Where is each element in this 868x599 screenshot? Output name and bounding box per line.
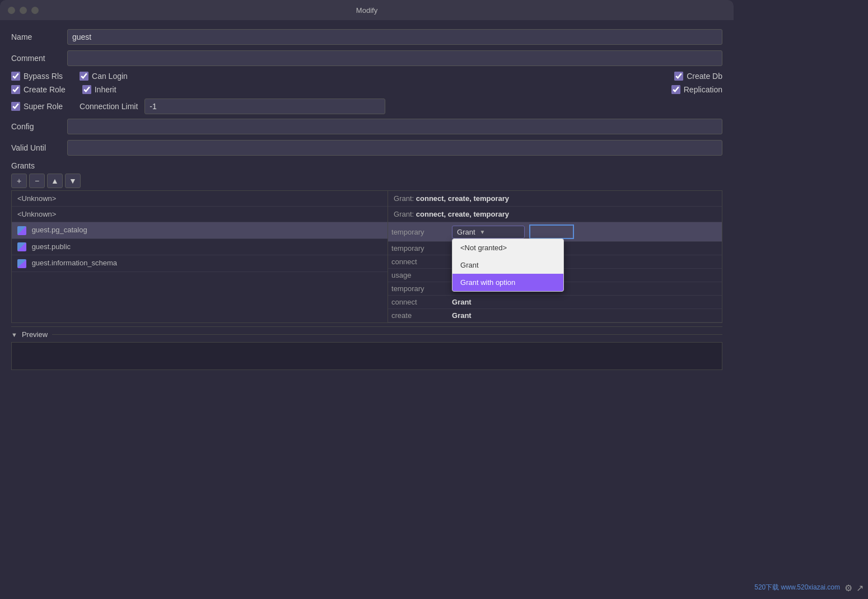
schema-name-info: guest.information_schema [32, 259, 117, 267]
dropdown-option-grant-with-option[interactable]: Grant with option [452, 274, 563, 291]
schema-name-pg: guest.pg_catalog [32, 226, 87, 234]
preview-content [11, 342, 722, 370]
conn-limit-label: Connection Limit [80, 102, 138, 111]
can-login-label[interactable]: Can Login [92, 72, 128, 81]
move-up-button[interactable]: ▲ [47, 174, 63, 188]
window-title: Modify [356, 6, 377, 15]
list-item[interactable]: guest.pg_catalog [12, 222, 388, 239]
valid-until-row: Valid Until [11, 140, 722, 156]
list-item[interactable]: guest.public [12, 239, 388, 256]
preview-header[interactable]: ▼ Preview [11, 327, 722, 342]
bypass-rls-checkbox-item: Bypass Rls [11, 72, 63, 81]
grant-value-2: connect, create, temporary [416, 210, 509, 218]
dropdown-menu: <Not granted> Grant Grant with option [452, 238, 564, 292]
create-db-checkbox-item: Create Db [674, 72, 722, 81]
titlebar: Modify [0, 0, 734, 20]
priv-label: temporary [391, 244, 447, 252]
name-input[interactable] [67, 29, 722, 45]
grant-info-row: Grant: connect, create, temporary [388, 207, 722, 222]
create-db-label[interactable]: Create Db [687, 72, 722, 81]
schema-icon [17, 259, 26, 268]
detail-table: temporary Grant ▼ <Not granted> Grant Gr… [388, 222, 722, 322]
checkboxes-row-2: Create Role Inherit Replication [11, 85, 722, 94]
move-down-button[interactable]: ▼ [65, 174, 81, 188]
grant-value-1: connect, create, temporary [416, 194, 509, 203]
grants-toolbar: + − ▲ ▼ [11, 174, 722, 188]
config-row: Config [11, 119, 722, 134]
grant-dropdown[interactable]: Grant ▼ [452, 226, 525, 238]
comment-input[interactable] [67, 50, 722, 66]
name-label: Name [11, 32, 67, 41]
replication-checkbox[interactable] [671, 85, 680, 94]
valid-until-label: Valid Until [11, 143, 67, 152]
priv-label: connect [391, 298, 447, 306]
comment-row: Comment [11, 50, 722, 66]
grants-table: <Unknown> <Unknown> guest.pg_catalog gue… [11, 190, 722, 323]
priv-label: create [391, 311, 447, 320]
add-grant-button[interactable]: + [11, 174, 27, 188]
dropdown-option-not-granted[interactable]: <Not granted> [452, 239, 563, 256]
create-db-checkbox[interactable] [674, 72, 683, 81]
right-checkboxes-1: Create Db [674, 72, 722, 81]
inherit-checkbox-item: Inherit [82, 85, 116, 94]
minimize-button[interactable] [20, 7, 27, 14]
name-row: Name [11, 29, 722, 45]
schema-icon [17, 226, 26, 235]
bypass-rls-checkbox[interactable] [11, 72, 20, 81]
grants-label: Grants [11, 161, 722, 170]
super-role-checkbox-item: Super Role [11, 102, 63, 111]
can-login-checkbox[interactable] [80, 72, 88, 81]
dropdown-wrapper: Grant ▼ <Not granted> Grant Grant with o… [452, 226, 525, 238]
checkboxes-row-3: Super Role Connection Limit [11, 99, 722, 114]
grants-left-panel: <Unknown> <Unknown> guest.pg_catalog gue… [12, 191, 388, 322]
unknown-label-1: <Unknown> [17, 194, 56, 203]
detail-row: create Grant [388, 309, 722, 322]
remove-grant-button[interactable]: − [29, 174, 45, 188]
preview-divider [52, 334, 722, 335]
close-button[interactable] [8, 7, 15, 14]
preview-label: Preview [22, 330, 48, 339]
dropdown-current-value: Grant [457, 228, 475, 236]
list-item[interactable]: <Unknown> [12, 207, 388, 222]
grants-section: Grants + − ▲ ▼ <Unknown> <Unknown> guest… [11, 161, 722, 323]
replication-checkbox-item: Replication [671, 85, 722, 94]
list-item[interactable]: guest.information_schema [12, 255, 388, 272]
schema-name-public: guest.public [32, 242, 71, 251]
replication-label[interactable]: Replication [684, 85, 722, 94]
can-login-checkbox-item: Can Login [80, 72, 128, 81]
config-input[interactable] [67, 119, 722, 134]
priv-label: connect [391, 258, 447, 266]
detail-row: temporary Grant ▼ <Not granted> Grant Gr… [388, 222, 722, 242]
grant-info-row: Grant: connect, create, temporary [388, 191, 722, 207]
create-role-label[interactable]: Create Role [24, 85, 66, 94]
super-role-label[interactable]: Super Role [24, 102, 63, 111]
conn-limit-input[interactable] [144, 99, 385, 114]
chevron-right-icon: ▼ [11, 331, 17, 338]
create-role-checkbox[interactable] [11, 85, 20, 94]
inherit-label[interactable]: Inherit [95, 85, 116, 94]
conn-limit-row: Connection Limit [80, 99, 385, 114]
create-role-checkbox-item: Create Role [11, 85, 66, 94]
bypass-rls-label[interactable]: Bypass Rls [24, 72, 63, 81]
list-item[interactable]: <Unknown> [12, 191, 388, 207]
grant-val: Grant [452, 311, 472, 320]
super-role-checkbox[interactable] [11, 102, 20, 111]
maximize-button[interactable] [31, 7, 39, 14]
priv-label: temporary [391, 228, 447, 236]
schema-icon [17, 242, 26, 251]
grants-right-panel: Grant: connect, create, temporary Grant:… [388, 191, 722, 322]
priv-label: temporary [391, 284, 447, 293]
valid-until-input[interactable] [67, 140, 722, 156]
detail-row: connect Grant [388, 296, 722, 309]
grant-val: Grant [452, 298, 472, 306]
preview-section: ▼ Preview [11, 326, 722, 370]
chevron-down-icon: ▼ [480, 229, 486, 235]
inherit-checkbox[interactable] [82, 85, 91, 94]
checkboxes-row-1: Bypass Rls Can Login Create Db [11, 72, 722, 81]
extra-input[interactable] [529, 224, 574, 239]
window-controls [8, 7, 39, 14]
dropdown-option-grant[interactable]: Grant [452, 256, 563, 274]
unknown-label-2: <Unknown> [17, 210, 56, 218]
config-label: Config [11, 122, 67, 131]
comment-label: Comment [11, 54, 67, 63]
